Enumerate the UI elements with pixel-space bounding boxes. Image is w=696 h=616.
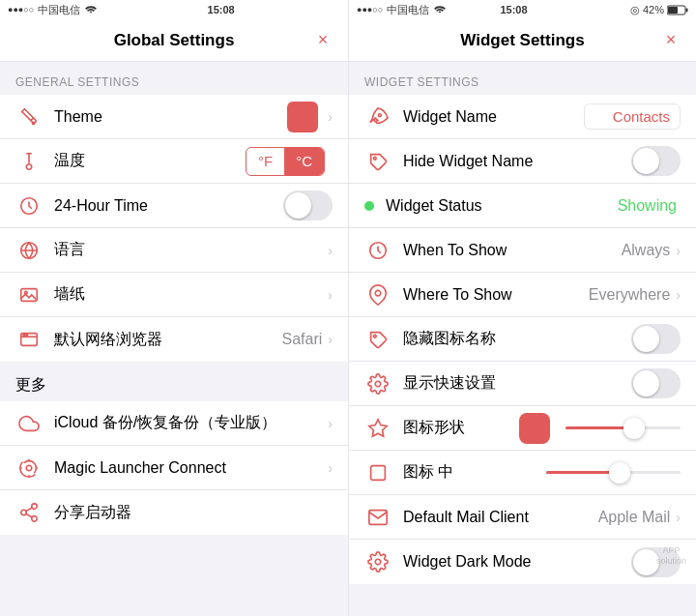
language-chevron: › — [328, 243, 333, 258]
icon-size-slider-container — [546, 471, 682, 474]
icon-shape-label: 图标形状 — [403, 418, 519, 438]
time24-item[interactable]: 24-Hour Time — [0, 184, 348, 228]
right-battery: ◎ 42% — [630, 4, 688, 16]
hide-widget-name-item[interactable]: Hide Widget Name — [349, 139, 696, 184]
icloud-chevron: › — [328, 416, 333, 431]
left-nav-bar: Global Settings × — [0, 19, 348, 62]
wallpaper-label: 墙纸 — [54, 284, 326, 305]
icon-shape-swatch[interactable] — [519, 413, 550, 444]
settings2-icon — [364, 548, 392, 575]
star-icon — [364, 415, 392, 442]
where-to-show-value: Everywhere — [589, 286, 670, 304]
where-to-show-chevron: › — [676, 287, 681, 303]
browser-chevron: › — [328, 332, 333, 347]
svg-point-19 — [375, 290, 381, 296]
wallpaper-item[interactable]: 墙纸 › — [0, 273, 348, 317]
widget-name-label: Widget Name — [403, 108, 584, 126]
theme-item[interactable]: Theme › — [0, 95, 348, 139]
mail-icon — [364, 504, 392, 531]
right-section-header: WIDGET SETTINGS — [349, 62, 696, 95]
svg-point-16 — [378, 113, 381, 116]
hide-icon-name-toggle[interactable] — [631, 324, 681, 354]
icon-size-item[interactable]: 图标 中 — [349, 451, 696, 495]
tag-icon — [364, 148, 392, 175]
svg-point-3 — [32, 121, 36, 125]
temp-toggle[interactable]: °F °C — [246, 147, 325, 176]
show-quick-item[interactable]: 显示快速设置 — [349, 362, 696, 406]
clock-icon — [15, 192, 43, 220]
right-location-icon: ◎ — [630, 4, 640, 16]
hide-icon-name-label: 隐藏图标名称 — [403, 329, 631, 349]
widget-status-value: Showing — [618, 197, 677, 215]
right-status-bar: ●●●○○ 中国电信 15:08 ◎ 42% — [348, 0, 696, 19]
default-mail-label: Default Mail Client — [403, 509, 598, 526]
cloud-icon — [15, 410, 43, 437]
left-section-header: GENERAL SETTINGS — [0, 62, 348, 95]
more-section-header: 更多 — [0, 362, 348, 401]
more-settings-list: iCloud 备份/恢复备份（专业版） › Magic Launcher Con… — [0, 401, 348, 535]
dark-mode-label: Widget Dark Mode — [403, 553, 631, 571]
square-icon — [364, 459, 392, 486]
icon-size-slider-thumb[interactable] — [609, 462, 630, 484]
temp-f-button[interactable]: °F — [246, 148, 284, 175]
language-item[interactable]: 语言 › — [0, 228, 348, 273]
magic-launcher-label: Magic Launcher Connect — [54, 459, 326, 477]
default-mail-value: Apple Mail — [598, 509, 671, 526]
share-item[interactable]: 分享启动器 — [0, 490, 348, 535]
svg-point-10 — [23, 335, 25, 337]
magic-launcher-item[interactable]: Magic Launcher Connect › — [0, 446, 348, 490]
share-label: 分享启动器 — [54, 503, 333, 523]
svg-point-24 — [375, 559, 381, 565]
hide-icon-name-item[interactable]: 隐藏图标名称 — [349, 317, 696, 362]
widget-name-item[interactable]: Widget Name — [349, 95, 696, 139]
satellite-icon — [15, 455, 43, 482]
dark-mode-item[interactable]: Widget Dark Mode — [349, 540, 696, 584]
right-close-button[interactable]: × — [659, 29, 682, 52]
svg-point-11 — [26, 335, 28, 337]
where-to-show-item[interactable]: Where To Show Everywhere › — [349, 273, 696, 317]
status-dot — [364, 201, 374, 211]
rocket-icon — [364, 103, 392, 131]
where-to-show-label: Where To Show — [403, 286, 589, 304]
gear-icon — [364, 370, 392, 397]
temp-c-button[interactable]: °C — [284, 148, 324, 175]
icloud-item[interactable]: iCloud 备份/恢复备份（专业版） › — [0, 401, 348, 446]
widget-name-input[interactable] — [584, 103, 681, 130]
language-label: 语言 — [54, 240, 326, 260]
browser-item[interactable]: 默认网络浏览器 Safari › — [0, 317, 348, 362]
icon-size-slider-track[interactable] — [546, 471, 682, 474]
left-close-button[interactable]: × — [311, 29, 334, 52]
svg-marker-22 — [369, 419, 387, 435]
temperature-item[interactable]: 温度 °F °C — [0, 139, 348, 184]
left-status-bar: ●●●○○ 中国电信 15:08 — [0, 0, 348, 19]
right-battery-icon — [667, 5, 688, 15]
svg-point-21 — [375, 381, 381, 387]
globe-icon — [15, 237, 43, 264]
when-to-show-chevron: › — [676, 243, 681, 258]
right-nav-bar: Widget Settings × — [349, 19, 696, 62]
watermark: APPsolution — [656, 545, 686, 568]
pin-icon — [364, 281, 392, 308]
right-time: 15:08 — [500, 4, 527, 15]
time24-toggle[interactable] — [283, 191, 333, 220]
image-icon — [15, 281, 43, 308]
icon-shape-slider-thumb[interactable] — [624, 418, 645, 439]
icon-shape-slider-track[interactable] — [566, 426, 682, 429]
svg-point-20 — [373, 335, 376, 337]
hide-widget-name-toggle[interactable] — [631, 146, 681, 176]
time24-label: 24-Hour Time — [54, 197, 283, 215]
default-mail-item[interactable]: Default Mail Client Apple Mail › — [349, 495, 696, 540]
svg-point-17 — [373, 157, 376, 160]
icon-size-label: 图标 中 — [403, 462, 538, 483]
when-to-show-item[interactable]: When To Show Always › — [349, 228, 696, 273]
svg-point-13 — [32, 504, 38, 510]
show-quick-toggle[interactable] — [631, 368, 681, 398]
wallpaper-chevron: › — [328, 287, 333, 303]
theme-color-swatch[interactable] — [287, 102, 318, 132]
when-to-show-value: Always — [622, 242, 671, 259]
svg-rect-1 — [685, 8, 687, 12]
right-signal: ●●●○○ — [357, 5, 383, 15]
left-wifi-icon — [84, 5, 98, 15]
icon-shape-item[interactable]: 图标形状 — [349, 406, 696, 451]
right-settings-list: Widget Name Hide Widget Name Widget Stat… — [349, 95, 696, 584]
